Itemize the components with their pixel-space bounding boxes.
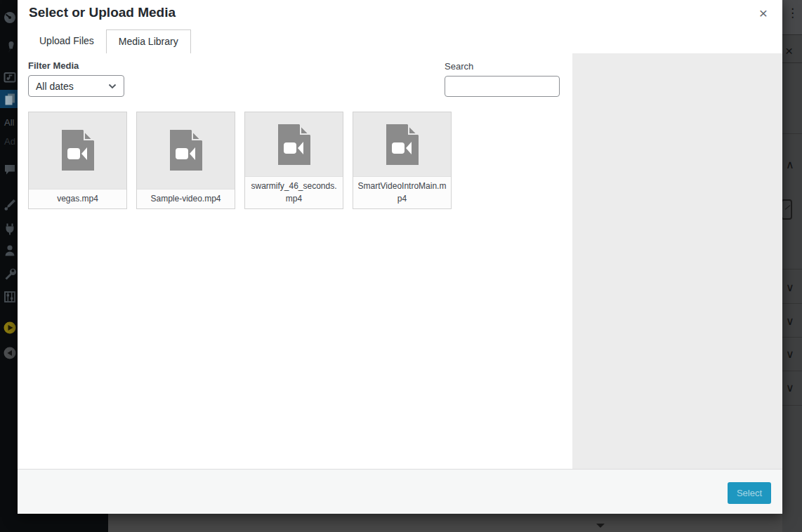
chevron-down-icon: ∨ <box>786 383 794 394</box>
plugin-circle-icon <box>3 346 17 360</box>
media-item[interactable]: Sample-video.mp4 <box>136 112 235 209</box>
chevron-down-icon <box>108 84 117 89</box>
media-thumbnail <box>353 112 451 176</box>
posts-pin-icon <box>3 40 17 54</box>
background-checkbox-icon <box>781 199 792 220</box>
search-input[interactable] <box>445 76 560 97</box>
media-thumbnail <box>29 112 126 189</box>
users-icon <box>3 244 17 258</box>
date-filter-value: All dates <box>36 81 74 92</box>
select-button[interactable]: Select <box>728 482 771 504</box>
sidebar-submenu-add-new: Ad <box>4 136 15 147</box>
attachment-details-sidebar <box>572 53 782 469</box>
dashboard-icon <box>3 11 17 25</box>
background-editor-sidebar: ⋮ × ∧ ∨ ∨ ∨ ∨ <box>782 0 802 532</box>
media-item[interactable]: swarmify_46_seconds.mp4 <box>244 112 343 209</box>
smartvideo-plugin-icon <box>3 321 17 335</box>
select-media-modal: Select or Upload Media × Upload Files Me… <box>18 0 782 514</box>
media-frame-content: Filter Media All dates Search <box>18 53 782 514</box>
media-filename: vegas.mp4 <box>29 189 126 208</box>
filter-media-label: Filter Media <box>28 60 79 71</box>
date-filter-dropdown[interactable]: All dates <box>28 75 124 97</box>
sidebar-submenu-all-pages: All <box>4 117 14 128</box>
close-icon[interactable]: × <box>753 3 774 24</box>
media-filename: SmartVideoIntroMain.mp4 <box>353 176 451 208</box>
media-grid: vegas.mp4 Sample-video.mp4 <box>28 112 567 209</box>
video-file-icon <box>278 124 310 165</box>
media-modal-tabs: Upload Files Media Library <box>27 29 191 53</box>
background-close-icon: × <box>785 44 793 58</box>
chevron-up-icon: ∧ <box>786 159 794 171</box>
tab-media-library[interactable]: Media Library <box>106 29 191 53</box>
media-thumbnail <box>245 112 343 176</box>
video-file-icon <box>62 130 94 171</box>
media-filename: Sample-video.mp4 <box>137 189 235 208</box>
chevron-down-icon: ∨ <box>786 349 794 360</box>
pages-icon <box>3 92 17 106</box>
video-file-icon <box>386 124 419 165</box>
media-icon <box>3 70 17 84</box>
media-item[interactable]: SmartVideoIntroMain.mp4 <box>353 112 452 209</box>
chevron-down-icon: ∨ <box>786 316 794 327</box>
media-library-pane: Filter Media All dates Search <box>18 53 572 514</box>
settings-sliders-icon <box>3 290 17 304</box>
appearance-brush-icon <box>3 198 17 212</box>
modal-title: Select or Upload Media <box>29 5 176 20</box>
chevron-down-icon: ∨ <box>786 282 794 293</box>
media-toolbar-footer: Select <box>18 469 782 514</box>
media-item[interactable]: vegas.mp4 <box>28 112 127 209</box>
plugins-icon <box>3 222 17 236</box>
video-file-icon <box>170 130 202 171</box>
search-label: Search <box>445 61 473 72</box>
tools-wrench-icon <box>3 267 17 281</box>
more-options-icon: ⋮ <box>787 7 798 19</box>
comments-icon <box>3 162 17 176</box>
background-dropdown-caret-icon <box>596 524 605 528</box>
tab-upload-files[interactable]: Upload Files <box>27 29 106 53</box>
media-thumbnail <box>137 112 235 189</box>
media-filename: swarmify_46_seconds.mp4 <box>245 176 343 208</box>
